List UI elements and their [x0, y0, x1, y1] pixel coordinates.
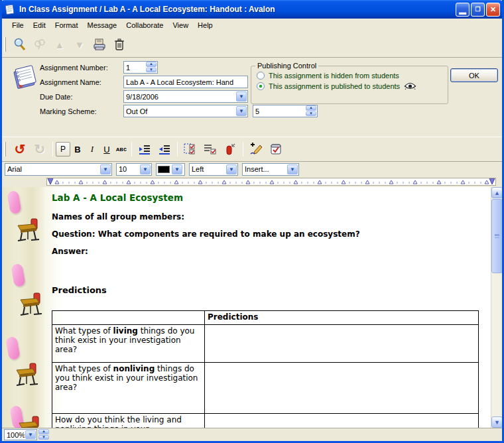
menu-collaborate[interactable]: Collaborate	[121, 20, 168, 31]
color-swatch	[158, 166, 170, 173]
app-icon	[4, 4, 15, 15]
indent-icon[interactable]	[136, 141, 153, 158]
answer-cell[interactable]	[205, 363, 479, 414]
alignment-select[interactable]: Left ▼	[189, 163, 238, 176]
desk-clipart	[17, 415, 43, 428]
eraser-clipart	[5, 336, 21, 360]
print-icon[interactable]	[91, 36, 108, 53]
desk-clipart	[14, 362, 40, 387]
radio-published-to-students[interactable]: This assignment is published to students	[257, 82, 448, 90]
radio-hidden-from-students[interactable]: This assignment is hidden from students	[257, 72, 448, 80]
doc-line-answer: Answer:	[52, 247, 88, 256]
answer-cell[interactable]	[205, 325, 479, 363]
chevron-down-icon[interactable]: ▼	[172, 164, 182, 174]
chevron-down-icon[interactable]: ▼	[226, 164, 237, 174]
scrollbar-thumb[interactable]	[491, 199, 502, 273]
eraser-clipart	[7, 190, 22, 214]
move-up-icon-disabled: ▲	[51, 36, 68, 53]
eye-icon	[404, 82, 416, 90]
toolbar-grip[interactable]	[4, 37, 6, 52]
marking-points-stepper[interactable]: 5 ▲▼	[253, 105, 318, 117]
menu-format[interactable]: Format	[50, 20, 83, 31]
radio-icon[interactable]	[257, 82, 265, 90]
checklist-icon[interactable]	[202, 141, 219, 158]
undo-icon[interactable]: ↺	[11, 141, 29, 158]
predictions-table[interactable]: Predictions What types of living things …	[52, 310, 479, 428]
ruler-row	[2, 176, 502, 187]
chevron-down-icon[interactable]: ▼	[100, 164, 111, 174]
publishing-control-group: Publishing Control This assignment is hi…	[251, 62, 448, 104]
doc-line-question: Question: What components are required t…	[52, 229, 360, 239]
move-down-icon-disabled: ▼	[71, 36, 88, 53]
menu-view[interactable]: View	[168, 20, 193, 31]
assignment-number-label: Assignment Number:	[40, 64, 108, 72]
zoom-stepper[interactable]: ▲▼	[38, 429, 49, 440]
eraser-clipart	[11, 263, 26, 287]
special-text-icon-disabled: ᴀʙᴄ	[114, 142, 129, 157]
assignment-icon	[9, 62, 39, 92]
delete-icon[interactable]	[111, 36, 128, 53]
header-cell-predictions: Predictions	[205, 311, 479, 325]
chevron-down-icon[interactable]: ▼	[236, 92, 247, 101]
application-window: In Class Assignment / Lab A - A Local Ec…	[0, 0, 504, 443]
paragraph-button[interactable]: P	[56, 142, 70, 157]
underline-button[interactable]: U	[99, 142, 114, 157]
due-date-label: Due Date:	[40, 93, 73, 101]
font-toolbar: Arial ▼ 10 ▼ ▼ Left ▼ Insert... ▼	[2, 162, 502, 176]
question-cell: How do you think the living and nonlivin…	[52, 414, 205, 428]
select-items-icon[interactable]	[182, 141, 199, 158]
predictions-heading: Predictions	[52, 285, 107, 295]
task-complete-icon[interactable]	[267, 141, 284, 158]
document-content[interactable]: Lab A - A Local Ecosystem Names of all g…	[52, 187, 489, 428]
vertical-scrollbar[interactable]: ▲ ▼	[491, 187, 502, 428]
zoom-select[interactable]: 100% ▼	[4, 429, 37, 440]
toolbar-grip[interactable]	[4, 142, 6, 157]
maximize-button[interactable]: ❐	[471, 3, 485, 17]
table-header-row: Predictions	[52, 311, 479, 325]
menu-file[interactable]: File	[7, 20, 29, 31]
header-cell-empty	[52, 311, 205, 325]
redo-icon-disabled: ↻	[31, 141, 48, 158]
record-audio-icon[interactable]	[221, 141, 239, 158]
number-spin-buttons[interactable]: ▲▼	[146, 62, 157, 73]
question-cell: What types of living things do you think…	[52, 325, 205, 363]
chevron-down-icon[interactable]: ▼	[140, 164, 151, 174]
answer-cell[interactable]	[205, 414, 479, 428]
close-button[interactable]: ✕	[486, 3, 500, 17]
assignment-name-input[interactable]: Lab A - A Local Ecosystem: Hand	[123, 76, 248, 88]
editor-toolbar: ↺ ↻ P B I U ᴀʙᴄ	[2, 137, 502, 162]
scroll-up-icon[interactable]: ▲	[491, 187, 502, 198]
search-icon[interactable]	[11, 36, 29, 53]
menu-help[interactable]: Help	[193, 20, 218, 31]
marking-scheme-select[interactable]: Out Of ▼	[123, 105, 248, 117]
font-size-select[interactable]: 10 ▼	[116, 163, 152, 176]
ok-button[interactable]: OK	[450, 68, 498, 82]
due-date-select[interactable]: 9/18/2006 ▼	[123, 90, 248, 103]
font-color-select[interactable]: ▼	[156, 163, 185, 176]
menu-edit[interactable]: Edit	[29, 20, 50, 31]
find-next-icon-disabled	[31, 36, 48, 53]
document-area[interactable]: Lab A - A Local Ecosystem Names of all g…	[2, 187, 502, 428]
table-row: How do you think the living and nonlivin…	[52, 414, 479, 428]
minimize-button[interactable]: ▬	[456, 3, 470, 17]
margin-decorations	[2, 187, 44, 428]
radio-icon[interactable]	[257, 72, 265, 80]
outdent-icon[interactable]	[156, 141, 173, 158]
title-bar[interactable]: In Class Assignment / Lab A - A Local Ec…	[0, 0, 504, 19]
chevron-down-icon[interactable]: ▼	[236, 106, 247, 116]
italic-button[interactable]: I	[85, 142, 99, 157]
chevron-down-icon[interactable]: ▼	[25, 430, 36, 439]
ruler[interactable]	[46, 178, 496, 186]
font-family-select[interactable]: Arial ▼	[5, 163, 112, 176]
menu-message[interactable]: Message	[83, 20, 122, 31]
status-bar: 100% ▼ ▲▼	[2, 428, 502, 441]
bold-button[interactable]: B	[70, 142, 85, 157]
points-spin-buttons[interactable]: ▲▼	[306, 105, 316, 117]
assignment-number-stepper[interactable]: 1 ▲▼	[123, 61, 158, 74]
chevron-down-icon[interactable]: ▼	[287, 164, 298, 174]
annotate-icon[interactable]	[247, 141, 265, 158]
scroll-down-icon[interactable]: ▼	[491, 416, 502, 428]
desk-clipart	[15, 218, 42, 243]
insert-select[interactable]: Insert... ▼	[242, 163, 299, 176]
main-toolbar: ▲ ▼	[2, 32, 502, 58]
